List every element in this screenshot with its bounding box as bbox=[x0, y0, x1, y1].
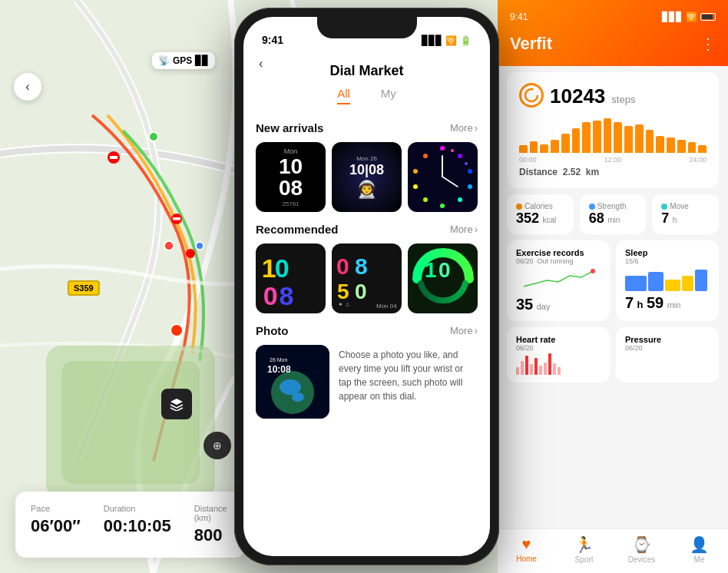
tab-my[interactable]: My bbox=[381, 87, 396, 104]
svg-text:8: 8 bbox=[279, 280, 293, 310]
svg-text:0: 0 bbox=[438, 258, 451, 282]
dial-item-3[interactable] bbox=[408, 142, 478, 212]
bar-5 bbox=[561, 134, 570, 153]
phone-device: 9:41 ▊▊▊ 🛜 🔋 ‹ Dial Market All My bbox=[234, 8, 499, 565]
phone-page-title: Dial Market bbox=[329, 63, 403, 79]
svg-point-19 bbox=[468, 169, 472, 174]
svg-line-30 bbox=[442, 177, 458, 187]
distance-km-value: 800 bbox=[194, 525, 223, 545]
heart-rate-chart bbox=[516, 352, 601, 375]
bar-13 bbox=[646, 130, 654, 153]
new-arrivals-header: New arrivals More › bbox=[256, 121, 478, 134]
photo-title: Photo bbox=[256, 324, 289, 337]
sleep-chart bbox=[625, 268, 710, 291]
move-card: Move 7 h bbox=[652, 194, 719, 234]
nav-me-label: Me bbox=[694, 555, 705, 564]
svg-point-20 bbox=[468, 184, 472, 189]
sleep-card[interactable]: Sleep 15/6 7 h 59 min bbox=[616, 240, 719, 321]
nav-item-me[interactable]: 👤 Me bbox=[670, 529, 728, 573]
sleep-title: Sleep bbox=[625, 248, 710, 257]
chart-label-start: 00:00 bbox=[519, 156, 537, 164]
wifi-icon: 🛜 bbox=[445, 35, 457, 46]
heart-pressure-row: Heart rate 06/20 Pressure 06/20 bbox=[507, 327, 719, 383]
svg-point-25 bbox=[413, 169, 418, 174]
gps-label: GPS bbox=[173, 55, 192, 66]
verfit-panel: 9:41 ▊▊▊ 🛜 Verfit ⋮ 10243 steps bbox=[498, 0, 728, 573]
pressure-card[interactable]: Pressure 06/20 bbox=[616, 327, 719, 383]
phone-back-button[interactable]: ‹ bbox=[256, 54, 266, 74]
exercise-value-row: 35 day bbox=[516, 296, 601, 313]
svg-point-8 bbox=[196, 242, 204, 250]
sleep-unit: min bbox=[667, 300, 681, 310]
distance-val: 2.52 bbox=[563, 167, 581, 177]
sleep-value-row: 7 h 59 min bbox=[625, 294, 710, 312]
nav-home-label: Home bbox=[516, 555, 537, 563]
dial-item-1[interactable]: Mon 10 08 25781 bbox=[256, 142, 326, 212]
heart-rate-card[interactable]: Heart rate 06/20 bbox=[507, 327, 610, 383]
exercise-card[interactable]: Exercise records 06/20 Out running 35 da… bbox=[507, 240, 610, 321]
svg-text:1: 1 bbox=[262, 253, 276, 283]
duration-value: 00:10:05 bbox=[104, 516, 171, 535]
strength-value: 68 bbox=[589, 210, 604, 226]
bar-16 bbox=[677, 140, 686, 154]
nav-item-sport[interactable]: 🏃 Sport bbox=[555, 529, 613, 573]
sleep-bar-yellow-1 bbox=[665, 280, 680, 291]
pace-value: 06′00″ bbox=[31, 516, 81, 535]
map-compass-button[interactable]: ⊕ bbox=[204, 432, 231, 459]
verfit-menu-button[interactable]: ⋮ bbox=[700, 35, 716, 53]
dial3-dots bbox=[410, 144, 475, 210]
dial-item-5[interactable]: 0 8 5 0 ✦ ♫ Mon 04 bbox=[332, 243, 402, 313]
calories-label-row: Calories bbox=[516, 202, 564, 210]
distance-stat: Distance (km) 800 bbox=[194, 504, 230, 545]
map-stats-card: Pace 06′00″ Duration 00:10:05 Distance (… bbox=[15, 492, 246, 558]
dial-item-4[interactable]: 1 0 0 8 bbox=[256, 243, 326, 313]
dial-item-6[interactable]: 1 0 bbox=[408, 243, 478, 313]
svg-point-13 bbox=[186, 249, 195, 258]
steps-card: 10243 steps 00:00 12:00 2 bbox=[507, 72, 719, 188]
svg-text:26 Mon: 26 Mon bbox=[270, 357, 287, 363]
photo-more[interactable]: More › bbox=[450, 325, 478, 336]
svg-point-26 bbox=[423, 154, 428, 158]
steps-bar-chart bbox=[519, 114, 706, 153]
recommended-header: Recommended More › bbox=[256, 223, 478, 236]
photo-dial-preview[interactable]: 26 Mon 10:08 bbox=[256, 345, 329, 419]
nav-item-devices[interactable]: ⌚ Devices bbox=[613, 529, 670, 573]
svg-rect-12 bbox=[173, 217, 180, 220]
new-arrivals-more[interactable]: More › bbox=[450, 122, 478, 134]
phone-dial-content[interactable]: New arrivals More › Mon 10 08 25781 bbox=[243, 111, 490, 556]
svg-text:0: 0 bbox=[263, 280, 278, 310]
svg-text:Mon 04: Mon 04 bbox=[376, 303, 397, 310]
verfit-signal-icon: ▊▊▊ bbox=[662, 12, 683, 22]
phone-header: ‹ Dial Market bbox=[243, 51, 490, 87]
nav-item-home[interactable]: ♥ Home bbox=[498, 529, 555, 573]
map-layers-button[interactable] bbox=[161, 389, 192, 419]
calories-value: 352 bbox=[516, 210, 539, 226]
svg-point-17 bbox=[440, 146, 445, 151]
bar-11 bbox=[624, 126, 633, 153]
strength-unit: min bbox=[607, 216, 620, 224]
svg-text:0: 0 bbox=[355, 280, 367, 303]
chart-label-end: 24:00 bbox=[689, 156, 706, 164]
s359-road-badge: S359 bbox=[68, 280, 100, 296]
earth-dial-svg: 26 Mon 10:08 bbox=[256, 345, 329, 419]
photo-section-content: 26 Mon 10:08 Choose a photo you like, an… bbox=[256, 345, 478, 419]
verfit-bottom-nav: ♥ Home 🏃 Sport ⌚ Devices 👤 Me bbox=[498, 528, 728, 573]
bar-10 bbox=[614, 122, 622, 153]
strength-dot bbox=[589, 204, 595, 210]
dial-item-2[interactable]: Mon 26 10|08 👨‍🚀 bbox=[332, 142, 402, 212]
tab-all[interactable]: All bbox=[337, 87, 350, 104]
duration-label: Duration bbox=[104, 504, 171, 513]
exercise-date: 06/20 bbox=[516, 257, 534, 265]
hr-bar-6 bbox=[539, 366, 542, 375]
map-back-button[interactable]: ‹ bbox=[14, 73, 41, 101]
chart-time-labels: 00:00 12:00 24:00 bbox=[519, 156, 706, 164]
gps-badge: 📡 GPS ▊▊ bbox=[152, 52, 215, 69]
dial1-decoration bbox=[276, 194, 306, 203]
steps-count: 10243 bbox=[550, 84, 605, 108]
gps-icon: 📡 bbox=[158, 55, 170, 66]
strength-value-row: 68 min bbox=[589, 210, 637, 227]
bar-9 bbox=[604, 118, 612, 153]
move-dot bbox=[661, 204, 667, 210]
svg-point-47 bbox=[281, 397, 289, 403]
recommended-more[interactable]: More › bbox=[450, 224, 478, 235]
